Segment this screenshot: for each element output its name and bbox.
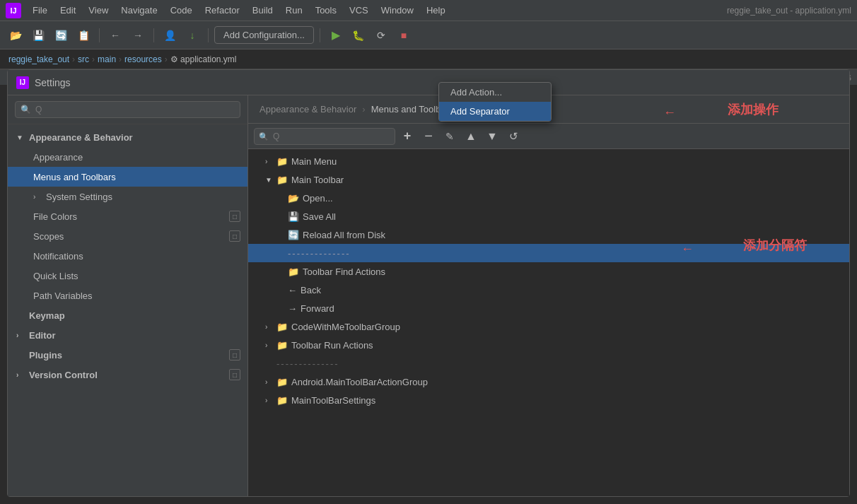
tree-item-label: Toolbar Run Actions: [291, 340, 373, 351]
open-folder-btn[interactable]: 📂: [6, 25, 25, 45]
tree-item-forward[interactable]: → Forward: [248, 299, 849, 317]
search-icon: 🔍: [21, 105, 31, 115]
dropdown-add-action[interactable]: Add Action...: [439, 83, 551, 102]
breadcrumb-src[interactable]: src: [78, 54, 89, 64]
sidebar-item-version-control[interactable]: › Version Control □: [8, 365, 247, 385]
clipboard-btn[interactable]: 📋: [74, 25, 93, 45]
breadcrumb-project[interactable]: reggie_take_out: [8, 54, 69, 64]
sidebar-item-scopes[interactable]: Scopes □: [8, 226, 247, 246]
main-section: Appearance & Behavior: [260, 104, 356, 115]
add-item-btn[interactable]: +: [398, 127, 416, 146]
tree-item-main-menu[interactable]: › 📁 Main Menu: [248, 152, 849, 170]
settings-titlebar: IJ Settings: [8, 70, 849, 95]
expand-icon: ›: [265, 158, 274, 165]
tree-item-separator-1[interactable]: --------------: [248, 244, 849, 262]
move-down-btn[interactable]: ▼: [483, 127, 501, 146]
tree-item-label: Main Toolbar: [291, 175, 344, 185]
tree-item-main-toolbar[interactable]: ▼ 📁 Main Toolbar: [248, 170, 849, 189]
menu-vcs[interactable]: VCS: [344, 3, 374, 18]
tree-item-separator-2[interactable]: --------------: [248, 354, 849, 373]
menu-tools[interactable]: Tools: [310, 3, 342, 18]
settings-sidebar: 🔍 ▼ Appearance & Behavior Appearance Men…: [8, 95, 248, 496]
breadcrumb-main[interactable]: main: [98, 54, 116, 64]
menu-run[interactable]: Run: [280, 3, 308, 18]
menu-file[interactable]: File: [27, 3, 53, 18]
settings-title: Settings: [35, 77, 71, 88]
tree-item-maintoolbar-settings[interactable]: › 📁 MainToolBarSettings: [248, 391, 849, 409]
sidebar-item-editor[interactable]: › Editor: [8, 325, 247, 345]
tree-item-save-all[interactable]: 💾 Save All: [248, 207, 849, 225]
menu-view[interactable]: View: [83, 3, 114, 18]
tree-item-label: Forward: [301, 303, 334, 314]
tree-item-toolbar-find[interactable]: 📁 Toolbar Find Actions: [248, 262, 849, 281]
add-configuration-label: Add Configuration...: [223, 30, 305, 40]
sidebar-item-label: Menus and Toolbars: [33, 172, 116, 182]
tree-item-label: Main Menu: [291, 156, 337, 167]
debug-btn[interactable]: 🐛: [349, 25, 368, 45]
sidebar-item-label: File Colors: [33, 211, 77, 222]
dropdown-item-label: Add Separator: [450, 106, 510, 117]
sync-btn[interactable]: 🔄: [51, 25, 71, 45]
remove-item-btn[interactable]: −: [419, 127, 438, 146]
move-up-btn[interactable]: ▲: [462, 127, 480, 146]
sidebar-item-file-colors[interactable]: File Colors □: [8, 206, 247, 226]
tree-item-android-toolbar[interactable]: › 📁 Android.MainToolBarActionGroup: [248, 373, 849, 391]
sidebar-item-label: Notifications: [33, 251, 83, 262]
version-control-badge: □: [229, 369, 240, 380]
git-btn[interactable]: ↓: [182, 25, 202, 45]
sidebar-item-keymap[interactable]: Keymap: [8, 305, 247, 325]
folder-icon: 📁: [276, 340, 288, 351]
menu-refactor[interactable]: Refactor: [199, 3, 245, 18]
add-configuration-btn[interactable]: Add Configuration...: [214, 26, 314, 44]
sidebar-item-notifications[interactable]: Notifications: [8, 246, 247, 266]
sidebar-item-quick-lists[interactable]: Quick Lists: [8, 266, 247, 286]
sidebar-item-appearance[interactable]: Appearance: [8, 147, 247, 167]
menu-window[interactable]: Window: [375, 3, 419, 18]
menu-navigate[interactable]: Navigate: [115, 3, 163, 18]
dropdown-add-separator[interactable]: Add Separator: [439, 102, 551, 121]
folder-icon: 📁: [276, 377, 288, 387]
sidebar-item-label: Keymap: [29, 310, 65, 321]
back-btn[interactable]: ←: [105, 25, 125, 45]
menu-edit[interactable]: Edit: [54, 3, 81, 18]
sidebar-item-menus-toolbars[interactable]: Menus and Toolbars: [8, 167, 247, 187]
save-btn[interactable]: 💾: [28, 25, 48, 45]
menu-code[interactable]: Code: [165, 3, 198, 18]
sidebar-item-plugins[interactable]: Plugins □: [8, 345, 247, 365]
content-search-input[interactable]: [254, 128, 395, 145]
main-content: Appearance & Behavior › Menus and Toolba…: [248, 95, 849, 496]
tree-item-label: Save All: [303, 211, 336, 222]
toolbar-sep-1: [99, 28, 100, 42]
tree-item-back[interactable]: ← Back: [248, 281, 849, 299]
content-search-icon: 🔍: [259, 131, 269, 141]
menu-build[interactable]: Build: [247, 3, 279, 18]
sidebar-item-appearance-behavior[interactable]: ▼ Appearance & Behavior: [8, 127, 247, 147]
reset-btn[interactable]: ↺: [504, 127, 523, 146]
coverage-btn[interactable]: ⟳: [371, 25, 391, 45]
dropdown-menu: Add Action... Add Separator: [438, 82, 552, 122]
breadcrumb-file[interactable]: ⚙ application.yml: [170, 54, 237, 64]
sidebar-item-label: Editor: [29, 330, 56, 341]
expand-icon: ▼: [16, 134, 26, 141]
sidebar-item-path-variables[interactable]: Path Variables: [8, 286, 247, 305]
sidebar-item-system-settings[interactable]: › System Settings: [8, 187, 247, 206]
tree-item-codewithme[interactable]: › 📁 CodeWithMeToolbarGroup: [248, 317, 849, 336]
tree-item-reload[interactable]: 🔄 Reload All from Disk: [248, 225, 849, 244]
run-btn[interactable]: ▶: [326, 25, 346, 45]
stop-btn[interactable]: ■: [394, 25, 414, 45]
tree-item-label: Android.MainToolBarActionGroup: [291, 377, 428, 387]
app-logo: IJ: [6, 3, 21, 18]
dropdown-item-label: Add Action...: [450, 87, 502, 98]
tree-item-label: --------------: [288, 248, 351, 259]
breadcrumb-resources[interactable]: resources: [124, 54, 162, 64]
expand-icon: ›: [265, 341, 274, 349]
tree-item-open[interactable]: 📂 Open...: [248, 189, 849, 207]
reload-icon: 🔄: [288, 230, 299, 240]
sidebar-item-label: Quick Lists: [33, 271, 78, 281]
user-btn[interactable]: 👤: [160, 25, 180, 45]
forward-btn[interactable]: →: [128, 25, 148, 45]
edit-item-btn[interactable]: ✎: [441, 127, 459, 146]
menu-help[interactable]: Help: [421, 3, 451, 18]
sidebar-search-input[interactable]: [15, 101, 240, 118]
tree-item-toolbar-run[interactable]: › 📁 Toolbar Run Actions: [248, 336, 849, 354]
